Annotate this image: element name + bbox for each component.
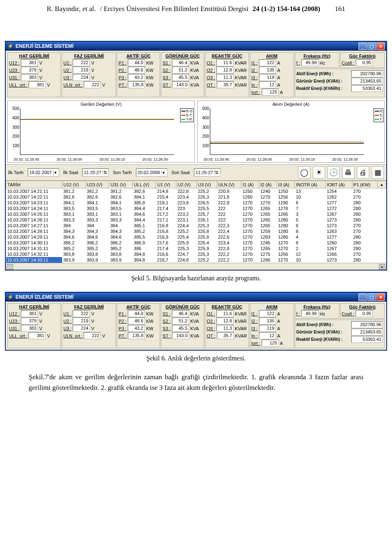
- y-tick: 100: [8, 143, 19, 148]
- reading-value: 222: [84, 81, 101, 88]
- ilk-saat-input[interactable]: 11:25:27⇅: [82, 168, 109, 177]
- close-button[interactable]: ✕: [376, 293, 385, 301]
- reading-value: 381: [29, 81, 46, 88]
- column-header[interactable]: IORT (A): [325, 181, 352, 188]
- table-row[interactable]: 10.03.2007 14:30:11386,2386,2386,2386,92…: [6, 240, 386, 246]
- column-header[interactable]: U3 (V): [196, 181, 217, 188]
- scroll-up-icon[interactable]: ▴: [378, 181, 386, 188]
- table-row[interactable]: 10.03.2007 14:32:11383,8383,8383,8384,82…: [6, 251, 386, 257]
- scroll-right-icon[interactable]: ▸: [379, 264, 385, 270]
- toolbar-icon-1[interactable]: ☀: [313, 166, 325, 179]
- toolbar-icon-3[interactable]: 🖶: [342, 166, 354, 179]
- cell: 280: [352, 200, 377, 206]
- table-row[interactable]: 10.03.2007 14:23:11384,1384,1384,1385,82…: [6, 200, 386, 206]
- cell: 217,4: [156, 246, 176, 251]
- table-row[interactable]: 10.03.2007 14:28:11384,3384,3384,3385,22…: [6, 228, 386, 234]
- minimize-button[interactable]: _: [359, 293, 367, 301]
- group-frekans: Frekans (Hz)f :49.99Hz: [295, 303, 339, 319]
- toolbar-icon-4[interactable]: 🖨: [357, 166, 369, 179]
- spinner-icon[interactable]: ⇅: [102, 170, 107, 175]
- reading-value: 11.6: [216, 59, 234, 66]
- close-button[interactable]: ✕: [376, 42, 385, 50]
- cell: 1260: [241, 194, 259, 200]
- son-tarih-input[interactable]: 20.02.2008▾: [136, 168, 167, 177]
- y-tick: 300: [198, 125, 209, 129]
- reading-label: Cosfi :: [342, 311, 354, 316]
- reading-value: 49.99: [301, 59, 318, 66]
- minimize-button[interactable]: _: [359, 42, 367, 50]
- table-row[interactable]: 10.03.2007 14:21:11381,2381,2381,2382,62…: [6, 188, 386, 195]
- column-header[interactable]: I3 (A): [277, 181, 295, 188]
- app-window-partial: ⚡ ENERJİ İZLEME SİSTEMİ _ ▢ ✕ HAT GERİLİ…: [5, 292, 387, 351]
- cell: 1256: [277, 194, 295, 200]
- column-header[interactable]: U1 (V): [156, 181, 176, 188]
- table-row[interactable]: 10.03.2007 14:24:11383,5383,5383,5384,42…: [6, 206, 386, 211]
- maximize-button[interactable]: ▢: [368, 42, 376, 50]
- reading-unit: A: [280, 90, 292, 95]
- cell: 384: [109, 223, 133, 228]
- column-header[interactable]: P1 (KW): [352, 181, 377, 188]
- table-row[interactable]: 10.03.2007 14:33:11383,9383,9383,9384,82…: [6, 257, 386, 263]
- group-reaktif: REAKTİF GÜÇ Q1 : 11.6 KVAR Q2 : 12.8 KVA…: [205, 52, 249, 97]
- titlebar[interactable]: ⚡ ENERJİ İZLEME SİSTEMİ _ ▢ ✕: [6, 293, 386, 302]
- column-header[interactable]: I2 (A): [259, 181, 277, 188]
- spinner-icon[interactable]: ⇅: [214, 170, 219, 175]
- column-header[interactable]: ULN (V): [217, 181, 241, 188]
- son-saat-input[interactable]: 11:25:27⇅: [194, 168, 220, 177]
- cell: 1270: [241, 234, 259, 240]
- column-header[interactable]: INOTR (A): [294, 181, 325, 188]
- scroll-thumb[interactable]: [7, 264, 13, 270]
- column-header[interactable]: TARİH: [6, 181, 62, 188]
- column-header[interactable]: U23 (V): [85, 181, 109, 188]
- cell: 270: [352, 188, 377, 195]
- chevron-down-icon[interactable]: ▾: [53, 170, 58, 175]
- reading-value: 0.95: [356, 310, 373, 317]
- figure5-caption: Şekil 5. Bilgisayarda hazırlanan arayüz …: [0, 275, 392, 282]
- table-row[interactable]: 10.03.2007 14:29:11384,6384,6384,6385,52…: [6, 234, 386, 240]
- reading-label: S2 :: [163, 319, 171, 324]
- reading-label: P3 :: [118, 326, 127, 331]
- column-header[interactable]: U31 (V): [109, 181, 133, 188]
- issue: 24 (1-2) 154-164 (2008): [252, 5, 320, 13]
- legend-item: S-T: [181, 113, 193, 117]
- table-row[interactable]: 10.03.2007 14:25:11383,1383,1383,1384,62…: [6, 211, 386, 217]
- table-row[interactable]: 10.03.2007 14:22:11382,6382,6382,6384,12…: [6, 194, 386, 200]
- toolbar-icon-0[interactable]: ◯: [298, 166, 310, 179]
- column-header[interactable]: ULL (V): [133, 181, 156, 188]
- column-header[interactable]: U12 (V): [62, 181, 86, 188]
- titlebar[interactable]: ⚡ ENERJİ İZLEME SİSTEMİ _ ▢ ✕: [6, 42, 386, 51]
- ilk-tarih-input[interactable]: 19.02.2007▾: [28, 168, 59, 177]
- cell: 1273: [325, 257, 352, 263]
- reading-label: Q1 :: [207, 311, 215, 316]
- toolbar-icon-2[interactable]: 🕒: [327, 166, 340, 179]
- reading-unit: KVAR: [235, 83, 247, 87]
- reading-value: 35.7: [217, 81, 234, 88]
- cell: 226,5: [196, 200, 217, 206]
- series-line: [20, 119, 174, 120]
- reading-label: U23 :: [9, 319, 20, 324]
- reading-unit: V: [102, 83, 114, 87]
- x-tick: 20.02. 11:26:00: [57, 157, 82, 161]
- column-header[interactable]: I1 (A): [241, 181, 259, 188]
- horizontal-scrollbar[interactable]: ▸: [6, 263, 386, 270]
- group-title: REAKTİF GÜÇ: [207, 304, 247, 309]
- cell: 223: [176, 206, 196, 211]
- reading-label: QT :: [207, 83, 215, 87]
- table-row[interactable]: 10.03.2007 14:31:11385,2385,2385,2386217…: [6, 246, 386, 251]
- table-row[interactable]: 10.03.2007 14:27:11384384384385,1216,822…: [6, 223, 386, 228]
- toolbar-icon-5[interactable]: ▦: [372, 166, 384, 179]
- cell: 384,4: [133, 217, 156, 223]
- cell: 221,8: [217, 194, 241, 200]
- reading-row: Iort :125A: [252, 340, 292, 347]
- reading-value: 135: [259, 318, 276, 324]
- column-header[interactable]: U2 (V): [176, 181, 196, 188]
- x-tick: 20.02. 11:25:45: [203, 157, 229, 161]
- reading-label: ST :: [163, 333, 171, 338]
- data-grid[interactable]: TARİHU12 (V)U23 (V)U31 (V)ULL (V)U1 (V)U…: [6, 181, 386, 263]
- chevron-down-icon[interactable]: ▾: [161, 170, 166, 175]
- maximize-button[interactable]: ▢: [368, 293, 376, 301]
- group-title: AKTİF GÜÇ: [118, 304, 158, 309]
- cell: 1270: [259, 200, 277, 206]
- table-row[interactable]: 10.03.2007 14:26:11383,3383,3383,3384,42…: [6, 217, 386, 223]
- reading-value: 119: [259, 325, 276, 332]
